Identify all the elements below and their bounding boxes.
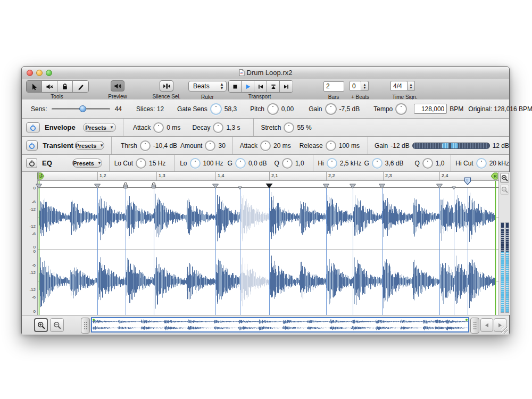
slice-marker-triangle[interactable] xyxy=(350,181,356,191)
slice-marker-triangle[interactable] xyxy=(94,181,101,191)
drop-marker-icon xyxy=(270,84,277,90)
eq-lo-q-value: 1,0 xyxy=(295,160,304,167)
release-label: Release xyxy=(300,142,323,149)
ruler-label: 2,2 xyxy=(328,173,335,178)
env-decay-knob[interactable] xyxy=(213,122,223,133)
eq-lo-gain-knob[interactable] xyxy=(235,158,246,169)
slice-triangle-icon xyxy=(36,184,43,189)
lock-tool-button[interactable] xyxy=(57,81,73,92)
stepper-arrows-icon[interactable]: ▲▼ xyxy=(408,81,415,91)
slice-marker-small[interactable] xyxy=(452,182,456,192)
window-resize-grip[interactable] xyxy=(501,327,508,334)
transient-row: Transient Presets▼ Thrsh -10,4 dB Amount… xyxy=(22,137,509,155)
eq-power-button[interactable] xyxy=(26,158,37,168)
slice-marker-lock[interactable] xyxy=(123,181,129,191)
tempo-field[interactable]: 128,000 xyxy=(414,104,447,114)
slice-marker-triangle[interactable] xyxy=(323,181,330,191)
transient-gain-slider[interactable] xyxy=(412,143,490,149)
sens-slider[interactable] xyxy=(52,105,110,113)
go-to-end-icon xyxy=(283,84,289,90)
zoom-in-button[interactable] xyxy=(34,318,48,332)
waveform-canvas[interactable] xyxy=(38,181,498,315)
release-knob[interactable] xyxy=(326,140,336,151)
time-ruler[interactable]: L R 11,21,31,42,12,22,32,4 xyxy=(38,172,498,181)
pitch-knob[interactable] xyxy=(267,103,279,115)
bars-field[interactable]: 2 xyxy=(323,81,344,92)
envelope-presets-button[interactable]: Presets▼ xyxy=(83,123,116,132)
power-icon xyxy=(28,142,36,149)
slice-marker-triangle[interactable] xyxy=(212,181,219,191)
mute-tool-button[interactable] xyxy=(42,81,57,92)
go-to-end-button[interactable] xyxy=(280,81,293,92)
tools-group-label: Tools xyxy=(51,94,63,99)
trans-attack-knob[interactable] xyxy=(260,140,271,151)
zoom-out-button[interactable] xyxy=(50,318,64,332)
hicut-knob[interactable] xyxy=(476,158,487,169)
plus-beats-stepper[interactable]: 0 ▲▼ xyxy=(350,81,369,91)
loop-right-marker[interactable]: R xyxy=(491,172,498,180)
envelope-power-button[interactable] xyxy=(26,122,40,132)
slice-marker-triangle[interactable] xyxy=(436,181,443,191)
tempo-original: Original: 128,016 BPM xyxy=(468,105,532,113)
thrsh-knob[interactable] xyxy=(140,140,151,151)
title-bar[interactable]: Drum Loop.rx2 xyxy=(22,67,509,79)
transient-title: Transient xyxy=(43,142,74,149)
overview-right-handle[interactable] xyxy=(470,318,479,334)
gain-knob[interactable] xyxy=(325,103,337,115)
slice-triangle-icon xyxy=(350,184,356,189)
scroll-left-button[interactable] xyxy=(480,318,493,332)
overview-selection[interactable] xyxy=(91,317,469,332)
slice-triangle-icon xyxy=(436,184,443,189)
trans-gain-max: 12 dB xyxy=(493,142,509,149)
slice-marker-cursor[interactable] xyxy=(464,177,472,187)
stop-button[interactable] xyxy=(229,81,242,92)
env-attack-knob[interactable] xyxy=(153,122,164,133)
play-button[interactable] xyxy=(242,81,254,92)
amount-knob[interactable] xyxy=(205,140,215,151)
level-meter-right-column xyxy=(505,222,509,313)
handle-split xyxy=(448,143,451,148)
eq-lo-knob[interactable] xyxy=(190,158,201,169)
eq-hi-knob[interactable] xyxy=(327,158,337,169)
eq-lo-q-knob[interactable] xyxy=(282,158,293,169)
zoom-out-vertical-button[interactable] xyxy=(500,185,509,195)
slice-marker-triangle[interactable] xyxy=(379,181,386,191)
drop-marker-button[interactable] xyxy=(267,81,280,92)
pencil-tool-button[interactable] xyxy=(73,81,88,92)
arrow-cursor-icon xyxy=(30,83,38,90)
env-stretch-knob[interactable] xyxy=(284,122,294,133)
slice-marker-triangle[interactable] xyxy=(36,181,43,191)
stepper-arrows-icon[interactable]: ▲▼ xyxy=(361,81,369,91)
env-decay-label: Decay xyxy=(192,124,210,131)
locut-knob[interactable] xyxy=(136,158,146,169)
ruler-label: 1,4 xyxy=(218,173,225,178)
go-to-start-button[interactable] xyxy=(254,81,267,92)
time-sign-stepper[interactable]: 4/4 ▲▼ xyxy=(390,81,415,91)
gate-sens-knob[interactable] xyxy=(210,103,222,115)
overview-waveform-canvas[interactable] xyxy=(92,318,468,331)
eq-hi-gain-knob[interactable] xyxy=(372,158,383,169)
ruler-unit-popup[interactable]: Beats ▲▼ xyxy=(188,81,227,92)
slice-marker-lock[interactable] xyxy=(151,181,157,191)
slice-marker-selected[interactable] xyxy=(265,181,273,191)
gate-sens-value: 58,3 xyxy=(225,105,237,113)
overview-left-handle[interactable] xyxy=(81,318,90,334)
slice-marker-small[interactable] xyxy=(238,182,243,192)
eq-hi-q-knob[interactable] xyxy=(422,158,433,169)
document-icon xyxy=(239,69,245,76)
arrow-tool-button[interactable] xyxy=(27,81,42,92)
waveform-view[interactable] xyxy=(38,181,498,315)
zoom-in-vertical-button[interactable] xyxy=(500,173,509,183)
slider-handle[interactable] xyxy=(79,105,86,112)
preview-button[interactable] xyxy=(111,80,124,92)
transient-presets-button[interactable]: Presets▼ xyxy=(75,141,105,150)
transient-power-button[interactable] xyxy=(26,140,38,151)
tempo-knob[interactable] xyxy=(395,103,407,115)
magnifier-plus-icon xyxy=(37,321,45,329)
ruler-tick xyxy=(97,172,98,180)
eq-hi-label: Hi xyxy=(318,160,323,167)
eq-presets-button[interactable]: Presets▼ xyxy=(72,159,102,168)
eq-lo-value: 100 Hz xyxy=(203,160,223,167)
transport-group: Transport xyxy=(228,80,293,93)
eq-row: EQ Presets▼ Lo Cut 15 Hz Lo 100 Hz G 0,0… xyxy=(22,155,509,172)
